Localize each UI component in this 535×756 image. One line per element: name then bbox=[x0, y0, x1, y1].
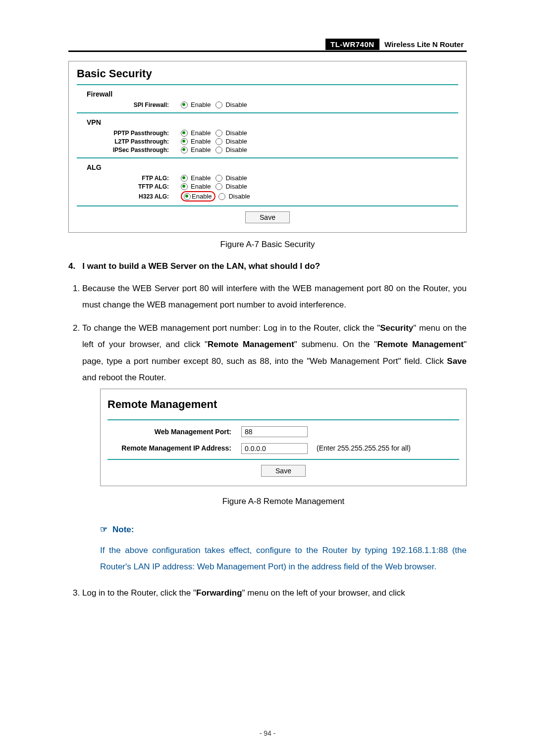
spi-label: SPI Firewall: bbox=[77, 101, 181, 108]
spi-firewall-row: SPI Firewall: Enable Disable bbox=[77, 101, 458, 108]
divider bbox=[77, 157, 458, 158]
l2tp-label: L2TP Passthrough: bbox=[77, 138, 181, 145]
figure-a7-caption: Figure A-7 Basic Security bbox=[68, 240, 467, 250]
pptp-label: PPTP Passthrough: bbox=[77, 130, 181, 137]
ftp-alg-row: FTP ALG: Enable Disable bbox=[77, 174, 458, 182]
spi-radios: Enable Disable bbox=[181, 101, 247, 108]
question-4: 4. I want to build a WEB Server on the L… bbox=[68, 261, 467, 271]
save-button[interactable]: Save bbox=[245, 211, 290, 223]
web-port-label: Web Management Port: bbox=[107, 425, 241, 439]
h323-highlight: Enable bbox=[181, 191, 215, 202]
web-port-row: Web Management Port: bbox=[107, 425, 459, 439]
ipsec-disable-radio[interactable] bbox=[215, 147, 222, 153]
ipsec-enable-radio[interactable] bbox=[181, 147, 188, 153]
model-badge: TL-WR740N bbox=[325, 39, 379, 50]
ftp-enable-radio[interactable] bbox=[181, 175, 188, 182]
h323-alg-label: H323 ALG: bbox=[77, 193, 181, 200]
tftp-disable-radio[interactable] bbox=[215, 183, 222, 190]
page-number: - 94 - bbox=[0, 729, 535, 737]
divider bbox=[77, 205, 458, 206]
remote-ip-hint: (Enter 255.255.255.255 for all) bbox=[317, 442, 411, 455]
panel-title: Basic Security bbox=[77, 67, 458, 80]
step-3: Log in to the Router, click the "Forward… bbox=[82, 585, 467, 601]
pptp-row: PPTP Passthrough: Enable Disable bbox=[77, 129, 458, 137]
l2tp-enable-radio[interactable] bbox=[181, 138, 188, 145]
note-head: Note: bbox=[100, 521, 467, 538]
remote-ip-row: Remote Management IP Address: (Enter 255… bbox=[107, 442, 459, 455]
tftp-alg-row: TFTP ALG: Enable Disable bbox=[77, 183, 458, 190]
tftp-enable-radio[interactable] bbox=[181, 183, 188, 190]
tftp-alg-label: TFTP ALG: bbox=[77, 183, 181, 190]
divider bbox=[77, 84, 458, 85]
ftp-alg-label: FTP ALG: bbox=[77, 175, 181, 182]
remote-management-panel: Remote Management Web Management Port: R… bbox=[100, 389, 467, 486]
l2tp-disable-radio[interactable] bbox=[215, 138, 222, 145]
model-desc: Wireless Lite N Router bbox=[381, 39, 467, 50]
spi-disable-text: Disable bbox=[225, 101, 247, 108]
save-button[interactable]: Save bbox=[261, 465, 306, 477]
divider bbox=[77, 112, 458, 113]
figure-a8-caption: Figure A-8 Remote Management bbox=[100, 493, 467, 509]
alg-head: ALG bbox=[87, 163, 458, 171]
vpn-head: VPN bbox=[87, 118, 458, 126]
web-port-input[interactable] bbox=[241, 426, 308, 437]
spi-enable-radio[interactable] bbox=[181, 101, 188, 108]
header-rule bbox=[68, 50, 467, 52]
h323-disable-radio[interactable] bbox=[218, 193, 225, 200]
steps-list: Because the WEB Server port 80 will inte… bbox=[82, 280, 467, 601]
step-2: To change the WEB management port number… bbox=[82, 320, 467, 575]
spi-disable-radio[interactable] bbox=[215, 101, 222, 108]
ftp-disable-radio[interactable] bbox=[215, 175, 222, 182]
pptp-enable-radio[interactable] bbox=[181, 130, 188, 137]
divider bbox=[107, 459, 459, 460]
firewall-head: Firewall bbox=[87, 90, 458, 98]
h323-alg-row: H323 ALG: Enable Disable bbox=[77, 191, 458, 202]
note-body: If the above configuration takes effect,… bbox=[100, 542, 467, 575]
pptp-disable-radio[interactable] bbox=[215, 130, 222, 137]
ipsec-row: IPSec Passthrough: Enable Disable bbox=[77, 146, 458, 153]
remote-ip-label: Remote Management IP Address: bbox=[107, 442, 241, 455]
step-1: Because the WEB Server port 80 will inte… bbox=[82, 280, 467, 313]
l2tp-row: L2TP Passthrough: Enable Disable bbox=[77, 138, 458, 145]
basic-security-panel: Basic Security Firewall SPI Firewall: En… bbox=[68, 61, 467, 233]
h323-enable-radio[interactable] bbox=[184, 193, 191, 200]
page: TL-WR740N Wireless Lite N Router Basic S… bbox=[0, 0, 535, 756]
doc-header: TL-WR740N Wireless Lite N Router bbox=[325, 39, 467, 50]
panel2-title: Remote Management bbox=[107, 394, 459, 415]
remote-ip-input[interactable] bbox=[241, 443, 308, 454]
divider bbox=[107, 419, 459, 420]
spi-enable-text: Enable bbox=[191, 101, 211, 108]
ipsec-label: IPSec Passthrough: bbox=[77, 147, 181, 153]
